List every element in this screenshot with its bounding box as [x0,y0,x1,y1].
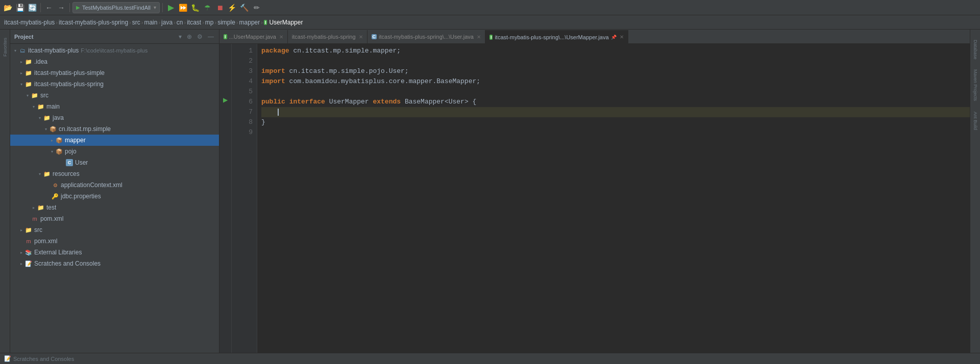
nav-label-module: itcast-mybatis-plus-spring [59,19,128,26]
collapse-icon[interactable]: — [207,32,215,41]
ext-libs-label: External Libraries [34,249,82,256]
tab4-close[interactable]: ✕ [620,34,624,40]
main-icon: 📁 [37,102,45,111]
nav-mapper[interactable]: mapper [239,19,260,26]
tree-java[interactable]: 📁 java [10,112,219,123]
pom-spring-label: pom.xml [40,215,63,222]
project-panel-title: Project [14,34,175,40]
status-bar: 📝 Scratches and Consoles [0,353,980,364]
tree-simple-module[interactable]: 📁 itcast-mybatis-plus-simple [10,67,219,79]
user-label: User [75,159,88,166]
tree-jdbc-props[interactable]: 🔑 jdbc.properties [10,191,219,202]
tree-pom-root[interactable]: m pom.xml [10,236,219,247]
code-line-1: package cn.itcast.mp.simple.mapper; [261,46,970,56]
run-all-button[interactable]: ⏩ [178,2,189,13]
nav-sep-5: › [174,19,176,25]
run-config-edit-icon[interactable]: ✏ [251,2,262,13]
app-context-label: applicationContext.xml [61,181,122,189]
user-arrow [59,160,65,166]
stop-button[interactable]: ⏹ [214,2,226,13]
nav-mp[interactable]: mp [205,19,214,26]
nav-sep-4: › [158,19,160,25]
project-dropdown-icon[interactable]: ▾ [178,32,183,41]
mapper-arrow [49,137,55,143]
tab1-label: ...UserMapper.java [229,34,276,40]
scratches-label: Scratches and Consoles [34,260,101,267]
tree-app-context-xml[interactable]: ⚙ applicationContext.xml [10,179,219,191]
back-icon[interactable]: ← [43,2,55,13]
tab1-close[interactable]: ✕ [279,34,283,40]
tree-main[interactable]: 📁 main [10,101,219,112]
sync-icon[interactable]: 🔄 [27,2,38,13]
tree-test[interactable]: 📁 test [10,202,219,213]
nav-cn[interactable]: cn [177,19,183,26]
nav-simple[interactable]: simple [217,19,235,26]
gutter-9 [219,125,231,136]
nav-main[interactable]: main [144,19,157,26]
code-line-6: public interface UserMapper extends Base… [261,97,970,107]
nav-sep-2: › [129,19,131,25]
run-config-selector[interactable]: ▶ TestMybatisPlus.testFindAll ▾ [72,2,160,13]
profile-button[interactable]: ⚡ [227,2,238,13]
src-root-label: src [34,226,42,233]
gear-icon[interactable]: ⚙ [196,32,204,41]
gutter-6[interactable]: ▶ [219,95,231,105]
code-line-7 [261,107,970,117]
tree-idea[interactable]: 📁 .idea [10,56,219,67]
tree-pojo[interactable]: 📦 pojo [10,146,219,157]
scratches-console-section[interactable]: 📝 Scratches and Consoles [4,355,74,362]
tab-usermapper-spring[interactable]: I itcast-mybatis-plus-spring\...\UserMap… [485,30,628,43]
code-content[interactable]: package cn.itcast.mp.simple.mapper; impo… [257,44,970,353]
pom-root-arrow [18,238,24,244]
tab-usermapper-simple[interactable]: I ...UserMapper.java ✕ [219,30,288,43]
tree-scratches[interactable]: 📝 Scratches and Consoles [10,258,219,269]
scope-icon[interactable]: ⊕ [186,32,193,41]
nav-java[interactable]: java [161,19,173,26]
tree-package[interactable]: 📦 cn.itcast.mp.simple [10,123,219,135]
nav-module[interactable]: itcast-mybatis-plus-spring [59,19,128,26]
main-label: main [46,103,60,110]
gutter-2 [219,54,231,64]
tab-user[interactable]: C itcast-mybatis-plus-spring\...\User.ja… [368,30,485,43]
tree-spring-module[interactable]: 📁 itcast-mybatis-plus-spring [10,79,219,90]
open-folder-icon[interactable]: 📂 [2,2,13,13]
nav-sep-6: › [184,19,186,25]
build-icon[interactable]: 🔨 [239,2,250,13]
run-button[interactable]: ▶ [165,2,177,13]
gutter-4 [219,74,231,85]
favorites-tab[interactable]: Favorites [0,32,10,62]
tree-pom-spring[interactable]: m pom.xml [10,213,219,224]
src-root-arrow [18,227,24,233]
debug-button[interactable]: 🐛 [190,2,201,13]
tab3-close[interactable]: ✕ [477,34,481,40]
pom-spring-icon: m [31,215,39,223]
tree-src[interactable]: 📁 src [10,90,219,101]
xml-icon: ⚙ [51,181,59,189]
xml-arrow [45,182,51,188]
tab-spring-module[interactable]: itcast-mybatis-plus-spring ✕ [288,30,368,43]
separator-2 [69,3,70,12]
tree-root[interactable]: 🗂 itcast-mybatis-plus F:\code\itcast-myb… [10,45,219,56]
idea-folder-icon: 📁 [24,58,33,66]
save-icon[interactable]: 💾 [14,2,26,13]
tree-resources[interactable]: 📁 resources [10,168,219,179]
class-icon: C [65,159,74,167]
tree-mapper[interactable]: 📦 mapper [10,135,219,146]
code-editor[interactable]: ▶ 1 2 3 4 5 6 7 8 9 package [219,44,970,353]
tree-external-libs[interactable]: 📚 External Libraries [10,247,219,258]
nav-itcast[interactable]: itcast [187,19,201,26]
nav-src[interactable]: src [132,19,140,26]
code-line-2 [261,56,970,66]
toolbar: 📂 💾 🔄 ← → ▶ TestMybatisPlus.testFindAll … [0,0,980,15]
tree-src-root[interactable]: 📁 src [10,224,219,236]
maven-tab[interactable]: Maven Projects [970,67,981,103]
code-line-4: import com.baomidou.mybatisplus.core.map… [261,76,970,87]
tab2-close[interactable]: ✕ [359,34,363,40]
database-tab[interactable]: Database [970,32,981,67]
nav-project[interactable]: itcast-mybatis-plus [4,19,55,26]
ant-build-tab[interactable]: Ant Build [970,103,981,139]
nav-usermapper[interactable]: I UserMapper [264,19,303,26]
tree-user-class[interactable]: C User [10,157,219,168]
forward-icon[interactable]: → [56,2,67,13]
coverage-button[interactable]: ☂ [202,2,213,13]
